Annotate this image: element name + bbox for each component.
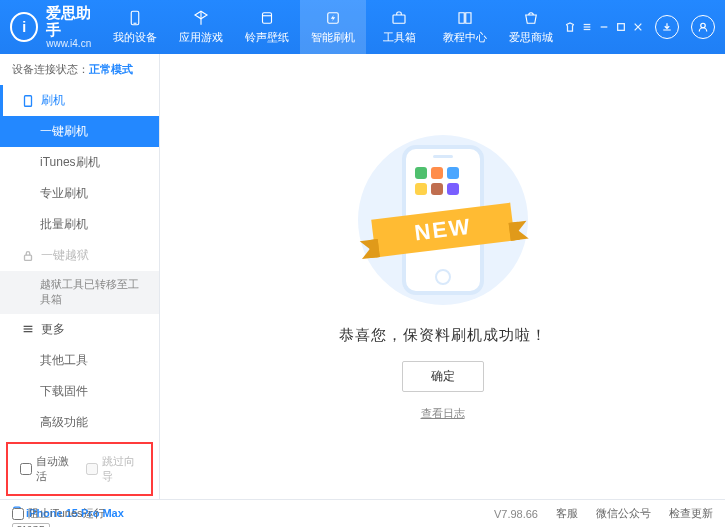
close-icon[interactable]	[632, 22, 643, 33]
flash-icon	[323, 9, 343, 27]
window-controls	[564, 15, 715, 39]
sidebar-section-more[interactable]: 更多	[0, 314, 159, 345]
nav-my-device[interactable]: 我的设备	[102, 0, 168, 54]
sidebar-item-advanced[interactable]: 高级功能	[0, 407, 159, 438]
jailbreak-moved-note: 越狱工具已转移至工具箱	[0, 271, 159, 314]
top-nav: 我的设备 应用游戏 铃声壁纸 智能刷机 工具箱 教程中心 爱思商城	[102, 0, 564, 54]
download-button[interactable]	[655, 15, 679, 39]
logo-area: i 爱思助手 www.i4.cn	[10, 5, 102, 49]
svg-point-14	[701, 23, 706, 28]
lock-icon	[21, 249, 35, 263]
auto-activate-checkbox[interactable]: 自动激活	[20, 454, 74, 484]
block-itunes-checkbox[interactable]: 阻止iTunes运行	[12, 506, 105, 521]
nav-ringtones[interactable]: 铃声壁纸	[234, 0, 300, 54]
logo-icon: i	[10, 12, 38, 42]
sidebar-item-other-tools[interactable]: 其他工具	[0, 345, 159, 376]
device-icon	[125, 9, 145, 27]
svg-rect-11	[617, 24, 624, 31]
app-name: 爱思助手	[46, 5, 102, 38]
list-icon	[21, 322, 35, 336]
nav-shop[interactable]: 爱思商城	[498, 0, 564, 54]
nav-smart-flash[interactable]: 智能刷机	[300, 0, 366, 54]
view-log-link[interactable]: 查看日志	[421, 406, 465, 421]
book-icon	[455, 9, 475, 27]
minimize-icon[interactable]	[598, 22, 609, 33]
sidebar-item-pro-flash[interactable]: 专业刷机	[0, 178, 159, 209]
app-url: www.i4.cn	[46, 38, 102, 49]
ok-button[interactable]: 确定	[402, 361, 484, 392]
sidebar-section-jailbreak[interactable]: 一键越狱	[0, 240, 159, 271]
user-button[interactable]	[691, 15, 715, 39]
sidebar-item-download-firmware[interactable]: 下载固件	[0, 376, 159, 407]
svg-rect-6	[393, 15, 405, 23]
device-storage: 512GB	[12, 523, 50, 527]
customer-service-link[interactable]: 客服	[556, 506, 578, 521]
sidebar-item-batch-flash[interactable]: 批量刷机	[0, 209, 159, 240]
wechat-link[interactable]: 微信公众号	[596, 506, 651, 521]
ringtone-icon	[257, 9, 277, 27]
phone-icon	[21, 94, 35, 108]
sidebar: 设备连接状态：正常模式 刷机 一键刷机 iTunes刷机 专业刷机 批量刷机 一…	[0, 54, 160, 499]
maximize-icon[interactable]	[615, 22, 626, 33]
nav-toolbox[interactable]: 工具箱	[366, 0, 432, 54]
check-update-link[interactable]: 检查更新	[669, 506, 713, 521]
apps-icon	[191, 9, 211, 27]
svg-rect-16	[25, 255, 32, 260]
shop-icon	[521, 9, 541, 27]
menu-icon[interactable]	[581, 22, 592, 33]
sidebar-section-flash[interactable]: 刷机	[0, 85, 159, 116]
skip-guide-checkbox[interactable]: 跳过向导	[86, 454, 140, 484]
version-label: V7.98.66	[494, 508, 538, 520]
svg-rect-3	[263, 13, 272, 24]
success-illustration: NEW	[348, 133, 538, 308]
sidebar-item-onekey-flash[interactable]: 一键刷机	[0, 116, 159, 147]
skin-icon[interactable]	[564, 22, 575, 33]
flash-options-highlight: 自动激活 跳过向导	[6, 442, 153, 496]
success-message: 恭喜您，保资料刷机成功啦！	[339, 326, 547, 345]
nav-tutorials[interactable]: 教程中心	[432, 0, 498, 54]
main-content: NEW 恭喜您，保资料刷机成功啦！ 确定 查看日志	[160, 54, 725, 499]
sidebar-item-itunes-flash[interactable]: iTunes刷机	[0, 147, 159, 178]
toolbox-icon	[389, 9, 409, 27]
connection-status: 设备连接状态：正常模式	[0, 54, 159, 85]
nav-apps-games[interactable]: 应用游戏	[168, 0, 234, 54]
svg-rect-15	[25, 95, 32, 106]
titlebar: i 爱思助手 www.i4.cn 我的设备 应用游戏 铃声壁纸 智能刷机 工具箱	[0, 0, 725, 54]
